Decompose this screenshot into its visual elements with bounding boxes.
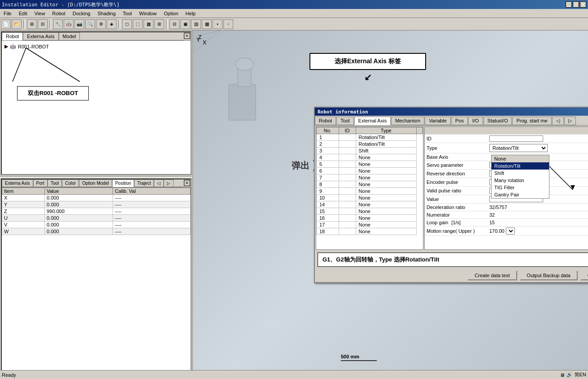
menu-shading[interactable]: Shading bbox=[96, 10, 117, 17]
panel-resize-bar[interactable] bbox=[0, 176, 192, 178]
axis-properties-panel: Value ▲ ID Type bbox=[424, 126, 588, 250]
motion-range-dropdown[interactable]: ▼ bbox=[506, 227, 515, 235]
menu-option[interactable]: Option bbox=[162, 10, 180, 17]
menu-docking[interactable]: Docking bbox=[71, 10, 92, 17]
menu-robot[interactable]: Robot bbox=[50, 10, 67, 17]
tree-tab-robot[interactable]: Robot bbox=[2, 32, 23, 40]
tb-btn6[interactable]: 🤖 bbox=[64, 19, 74, 29]
axis-table-row[interactable]: 3Shift bbox=[317, 148, 423, 154]
tb-btn11[interactable]: ◻ bbox=[122, 19, 132, 29]
dialog-tab-next[interactable]: ▷ bbox=[564, 117, 576, 125]
dialog-tab-tool[interactable]: Tool bbox=[336, 117, 353, 125]
dropdown-option-shift[interactable]: Shift bbox=[492, 170, 549, 177]
tb-btn3[interactable]: ⊞ bbox=[27, 19, 37, 29]
bottom-tab-port[interactable]: Port bbox=[33, 179, 48, 187]
axis-table-row[interactable]: 7None bbox=[317, 174, 423, 181]
bottom-tab-color[interactable]: Color bbox=[62, 179, 79, 187]
dropdown-option-rotation-tilt[interactable]: Rotation/Tilt bbox=[492, 162, 549, 170]
dialog-tab-io[interactable]: I/O bbox=[468, 117, 483, 125]
menu-edit[interactable]: Edit bbox=[17, 10, 29, 17]
output-backup-button[interactable]: Output Backup data bbox=[520, 270, 578, 280]
dialog-tab-mechanism[interactable]: Mechanism bbox=[391, 117, 424, 125]
axis-table-cell bbox=[339, 161, 356, 168]
menu-tool[interactable]: Tool bbox=[121, 10, 134, 17]
bottom-tab-prev[interactable]: ◁ bbox=[154, 179, 164, 187]
tb-btn8[interactable]: 🔍 bbox=[85, 19, 95, 29]
menu-file[interactable]: File bbox=[2, 10, 13, 17]
axis-table-row[interactable]: 4None bbox=[317, 154, 423, 161]
dropdown-option-tig-filler[interactable]: TIG Filler bbox=[492, 184, 549, 191]
minimize-button[interactable]: _ bbox=[566, 1, 572, 8]
dialog-tab-status-io[interactable]: StatusI/O bbox=[483, 117, 512, 125]
tree-tab-external-axis[interactable]: Externa Axis bbox=[23, 32, 58, 40]
axis-table-row[interactable]: 8None bbox=[317, 181, 423, 188]
ok-button[interactable]: OK bbox=[580, 270, 588, 280]
prop-id-value[interactable] bbox=[488, 135, 588, 143]
dropdown-option-many-rotation[interactable]: Many rotation bbox=[492, 177, 549, 184]
bottom-tab-external-axis[interactable]: Externa Axis bbox=[2, 179, 33, 187]
dialog-tab-external-axis[interactable]: External Axis bbox=[354, 117, 391, 125]
tb-sep1 bbox=[23, 20, 25, 29]
bottom-tab-tool[interactable]: Tool bbox=[48, 179, 62, 187]
tb-btn4[interactable]: ⊟ bbox=[38, 19, 48, 29]
tb-btn12[interactable]: ⬚ bbox=[133, 19, 143, 29]
axis-table-row[interactable]: 16None bbox=[317, 215, 423, 222]
tree-panel: Robot Externa Axis Model ✕ ▶ 🤖 R001-ROBO… bbox=[1, 31, 192, 175]
type-dropdown[interactable]: NoneRotation/TiltShiftMany rotationTIG F… bbox=[489, 144, 548, 152]
dialog-tab-prev[interactable]: ◁ bbox=[552, 117, 564, 125]
col-scroll[interactable] bbox=[417, 127, 423, 134]
axis-table-row[interactable]: 15None bbox=[317, 208, 423, 215]
menu-window[interactable]: Window bbox=[137, 10, 158, 17]
menu-bar: File Edit View Robot Docking Shading Too… bbox=[0, 9, 588, 18]
axis-table-cell: 17 bbox=[317, 222, 339, 228]
tree-panel-close[interactable]: ✕ bbox=[184, 33, 190, 39]
dropdown-option-gantry-pair[interactable]: Gantry Pair bbox=[492, 191, 549, 198]
tb-open[interactable]: 📂 bbox=[12, 19, 22, 29]
axis-table-row[interactable]: 1Rotation/Tilt bbox=[317, 134, 423, 141]
tree-tab-model[interactable]: Model bbox=[59, 32, 80, 40]
axis-table-cell bbox=[339, 222, 356, 228]
title-bar: Installation Editor - [D:/DTPS教学\教学\] _ … bbox=[0, 0, 588, 9]
menu-view[interactable]: View bbox=[33, 10, 47, 17]
dialog-tab-prog-start[interactable]: Prog. start me bbox=[512, 117, 551, 125]
close-button[interactable]: ✕ bbox=[580, 1, 586, 8]
axis-table-row[interactable]: 10None bbox=[317, 195, 423, 201]
axis-table-row[interactable]: 17None bbox=[317, 222, 423, 228]
dialog-tab-pos[interactable]: Pos bbox=[451, 117, 468, 125]
tb-btn10[interactable]: ◈ bbox=[107, 19, 117, 29]
dialog-tab-robot[interactable]: Robot bbox=[315, 117, 336, 125]
axis-table-row[interactable]: 9None bbox=[317, 188, 423, 195]
bottom-tab-next[interactable]: ▷ bbox=[164, 179, 174, 187]
maximize-button[interactable]: □ bbox=[573, 1, 579, 8]
tb-btn16[interactable]: ▣ bbox=[180, 19, 190, 29]
bottom-panel-close[interactable]: ✕ bbox=[184, 180, 190, 186]
tb-btn9[interactable]: ⚙ bbox=[96, 19, 106, 29]
axis-table-row[interactable]: 5None bbox=[317, 161, 423, 168]
tree-item-r001[interactable]: ▶ 🤖 R001-ROBOT bbox=[4, 43, 189, 50]
tb-btn5[interactable]: 🔧 bbox=[53, 19, 63, 29]
tb-btn19[interactable]: ▪ bbox=[213, 19, 222, 29]
axis-table-row[interactable]: 2Rotation/Tilt bbox=[317, 141, 423, 148]
robot-info-dialog: Robot information ? ✕ Robot Tool Externa… bbox=[314, 107, 588, 283]
tb-btn13[interactable]: ▦ bbox=[144, 19, 153, 29]
bottom-tab-traject[interactable]: Traject bbox=[134, 179, 154, 187]
prop-motion-range-label: Motion range( Upper ) bbox=[425, 227, 488, 236]
dropdown-option-none[interactable]: None bbox=[492, 155, 549, 162]
tb-btn17[interactable]: ▨ bbox=[191, 19, 201, 29]
axis-table-row[interactable]: 14None bbox=[317, 201, 423, 208]
menu-help[interactable]: Help bbox=[184, 10, 198, 17]
tb-btn18[interactable]: ▩ bbox=[202, 19, 212, 29]
tb-btn20[interactable]: ▫ bbox=[223, 19, 233, 29]
bottom-tab-option-model[interactable]: Option Model bbox=[79, 179, 112, 187]
axis-table-row[interactable]: 6None bbox=[317, 168, 423, 174]
create-data-text-button[interactable]: Create data text bbox=[467, 270, 517, 280]
tb-btn15[interactable]: ⊟ bbox=[170, 19, 179, 29]
tb-btn14[interactable]: ⊞ bbox=[154, 19, 164, 29]
tb-new[interactable]: 📄 bbox=[1, 19, 11, 29]
axis-table-row[interactable]: 18None bbox=[317, 228, 423, 235]
table-cell: ---- bbox=[113, 228, 191, 235]
bottom-tab-position[interactable]: Position bbox=[112, 179, 135, 187]
prop-loop-gain-value: 15 bbox=[488, 219, 588, 227]
tb-btn7[interactable]: 📷 bbox=[74, 19, 84, 29]
dialog-tab-variable[interactable]: Variable bbox=[425, 117, 451, 125]
